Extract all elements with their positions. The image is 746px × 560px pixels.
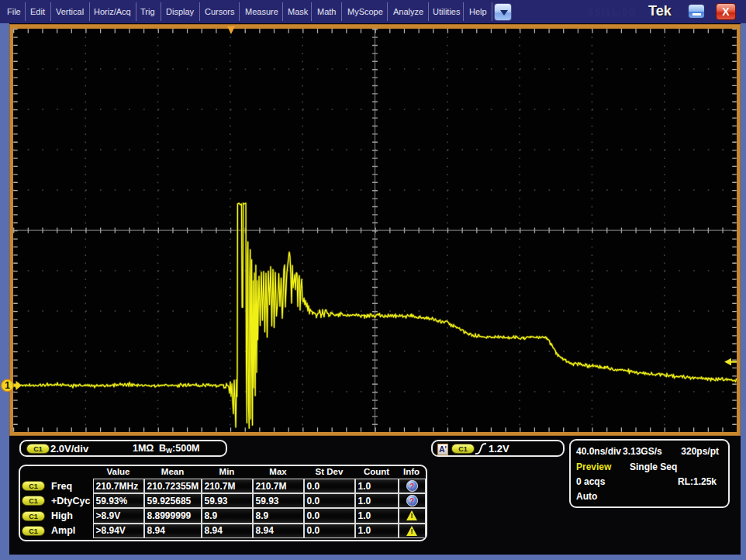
svg-text:1: 1 bbox=[5, 380, 10, 391]
